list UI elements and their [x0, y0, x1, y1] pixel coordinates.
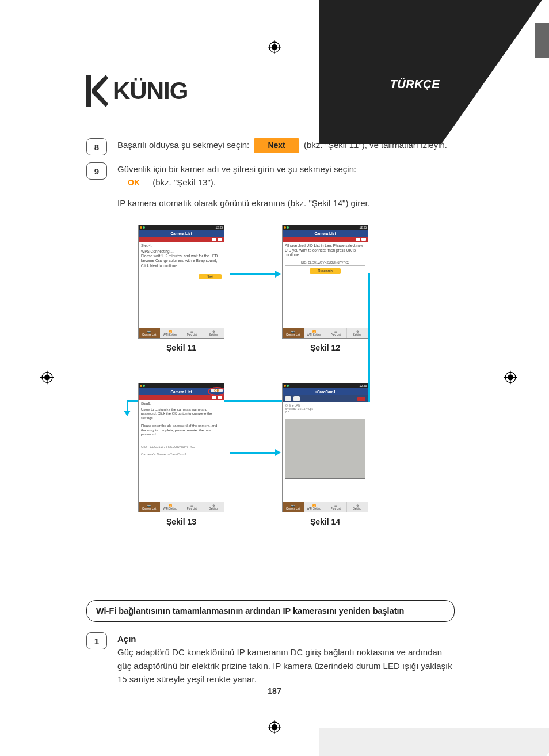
bottom-nav: 📷Camera List 📶WiFi Setting ▭Play List ⚙S…: [139, 328, 224, 338]
body-text: All searched UID List in Lan: Please sel…: [285, 244, 365, 257]
next-button: Next: [199, 274, 222, 280]
registration-mark-bottom: [268, 720, 281, 736]
app-header: Camera List OK: [139, 388, 224, 395]
phone-screenshot: 12:25 Camera List Step4. WPS Connecting …: [138, 225, 224, 339]
step-number: 8: [86, 138, 107, 155]
step-text: Güç adaptörü DC konektörünü IP kameranın…: [117, 647, 452, 684]
registration-mark-left: [40, 370, 54, 386]
uid-box: UID: ELC91W7YKSU2UN6PYRCJ: [285, 260, 365, 266]
bottom-nav: 📷Camera List 📶WiFi Setting ▭Play List ⚙S…: [283, 502, 368, 512]
figure-13: Camera List OK Step5. Users to customize…: [138, 383, 224, 526]
arrow-icon: [230, 452, 276, 454]
phone-screenshot: 12:26 Camera List All searched UID List …: [282, 225, 368, 339]
nav-playlist: ▭Play List: [181, 328, 203, 338]
ok-button-inline: OK: [120, 176, 148, 191]
phone-screenshot: 12:23 uCareCam1 Online LAN 640x480 1:2 1…: [282, 383, 368, 512]
video-toolbar: [283, 395, 368, 402]
step-text: Başarılı olduysa şu sekmeyi seçin:: [117, 140, 249, 150]
flow-line: [368, 273, 370, 400]
phone-screenshot: Camera List OK Step5. Users to customize…: [138, 383, 224, 512]
nav-camera-list: 📷Camera List: [139, 328, 160, 338]
arrow-icon: [230, 273, 276, 275]
logo-k-icon: [86, 75, 108, 107]
restart-notice: Wi-Fi bağlantısının tamamlanmasının ardı…: [86, 600, 455, 622]
step-text: (bkz. "Şekil 13").: [152, 177, 216, 187]
status-text: 0 5: [285, 411, 365, 414]
arrow-icon: [127, 400, 128, 412]
instruction-steps: 8 Başarılı olduysa şu sekmeyi seçin: Nex…: [86, 138, 460, 216]
app-header: Camera List: [283, 230, 368, 237]
step-label: Step5.: [141, 402, 222, 407]
toolbar-icon: [293, 396, 300, 401]
logo-text: KÜNIG: [113, 77, 188, 105]
page-number: 187: [0, 686, 549, 696]
body-text: Users to customize the camera's name and…: [141, 408, 222, 421]
step-label: Step4.: [141, 244, 222, 248]
body-text: Please enter the old password of the cam…: [141, 424, 222, 437]
figure-12: 12:26 Camera List All searched UID List …: [282, 225, 368, 352]
figures-container: 12:25 Camera List Step4. WPS Connecting …: [138, 225, 460, 531]
research-button: Research: [310, 268, 341, 274]
body-text: WPS Connecting .... Please wait 1~2 minu…: [141, 249, 222, 268]
figure-caption: Şekil 14: [310, 517, 340, 526]
step-number: 1: [86, 632, 107, 649]
step-1-final: 1 Açın Güç adaptörü DC konektörünü IP ka…: [86, 632, 455, 686]
figure-14: 12:23 uCareCam1 Online LAN 640x480 1:2 1…: [282, 383, 368, 526]
page-header-decoration: [319, 0, 549, 144]
page-footer-decoration: [319, 728, 549, 756]
svg-marker-16: [86, 75, 91, 107]
step-9: 9 Güvenlik için bir kamer adı ve şifresi…: [86, 162, 460, 210]
figure-11: 12:25 Camera List Step4. WPS Connecting …: [138, 225, 224, 352]
nav-wifi: 📶WiFi Setting: [160, 328, 182, 338]
registration-mark-right: [504, 370, 517, 386]
highlight-oval-icon: [208, 387, 224, 396]
bottom-nav: 📷Camera List 📶WiFi Setting ▭Play List ⚙S…: [283, 328, 368, 338]
figure-caption: Şekil 13: [166, 517, 196, 526]
step-title: Açın: [117, 634, 136, 644]
next-button-inline: Next: [254, 138, 299, 153]
svg-marker-17: [92, 75, 108, 107]
step-text: IP kamera otomatik olarak görüntü ekranı…: [117, 196, 460, 210]
figure-caption: Şekil 11: [166, 343, 196, 352]
video-preview: [285, 419, 365, 479]
app-header: uCareCam1: [283, 388, 368, 395]
registration-mark-top: [268, 40, 281, 56]
step-number: 9: [86, 162, 107, 180]
record-icon: [357, 397, 365, 401]
nav-setting: ⚙Setting: [203, 328, 224, 338]
figure-caption: Şekil 12: [310, 343, 340, 352]
step-text: Güvenlik için bir kamer adı ve şifresi g…: [117, 162, 460, 176]
bottom-nav: 📷Camera List 📶WiFi Setting ▭Play List ⚙S…: [139, 502, 224, 512]
app-header: Camera List: [139, 230, 224, 237]
toolbar-icon: [285, 396, 291, 401]
brand-logo: KÜNIG: [86, 75, 188, 107]
language-label: TÜRKÇE: [390, 78, 440, 91]
